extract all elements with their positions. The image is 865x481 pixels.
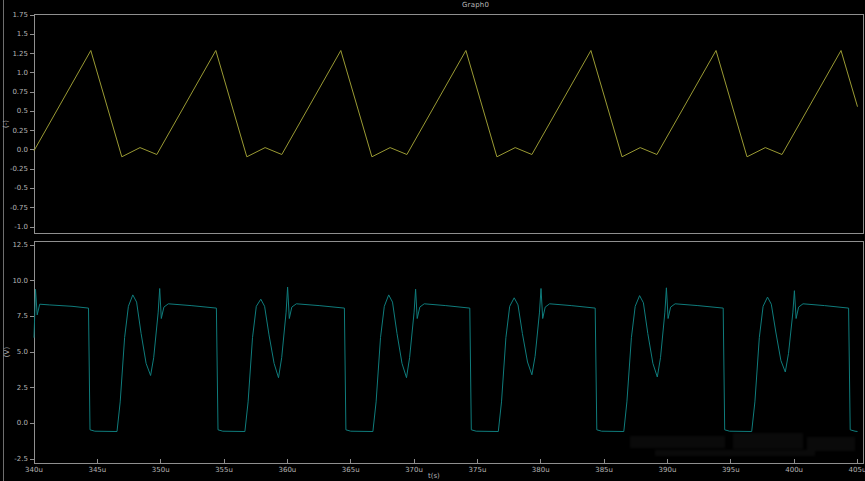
x-tick-label: 380u bbox=[532, 466, 550, 474]
y-tick-label: -1.0 bbox=[0, 223, 28, 231]
y-tick-label: -0.5 bbox=[0, 184, 28, 192]
y-tick-label: 5.0 bbox=[0, 348, 28, 356]
y-tick-label: 0.0 bbox=[0, 146, 28, 154]
y-tick-label: 1.0 bbox=[0, 69, 28, 77]
y-tick-label: 1.5 bbox=[0, 30, 28, 38]
y-tick-label: 7.5 bbox=[0, 312, 28, 320]
x-tick-label: 375u bbox=[469, 466, 487, 474]
y-tick-label: 0.25 bbox=[0, 127, 28, 135]
x-tick-label: 340u bbox=[25, 466, 43, 474]
x-tick-label: 370u bbox=[405, 466, 423, 474]
waveform-bottom bbox=[34, 287, 858, 431]
x-tick-label: 390u bbox=[659, 466, 677, 474]
y-tick-label: 12.5 bbox=[0, 241, 28, 249]
x-tick-label: 405u bbox=[849, 466, 865, 474]
y-tick-label: 0.75 bbox=[0, 88, 28, 96]
y-tick-label: -0.25 bbox=[0, 165, 28, 173]
waveform-top bbox=[34, 51, 858, 157]
x-tick-label: 355u bbox=[215, 466, 233, 474]
x-tick-label: 365u bbox=[342, 466, 360, 474]
plot-frame bbox=[35, 15, 864, 234]
x-axis-label: t(s) bbox=[428, 472, 440, 480]
y-tick-label: -0.75 bbox=[0, 204, 28, 212]
y-tick-label: 10.0 bbox=[0, 277, 28, 285]
plot-frame bbox=[35, 242, 864, 464]
x-tick-label: 395u bbox=[722, 466, 740, 474]
y-tick-label: 0.5 bbox=[0, 107, 28, 115]
y-tick-label: 2.5 bbox=[0, 384, 28, 392]
y-tick-label: 1.25 bbox=[0, 50, 28, 58]
plots-canvas[interactable] bbox=[0, 0, 865, 481]
x-tick-label: 345u bbox=[88, 466, 106, 474]
x-tick-label: 350u bbox=[152, 466, 170, 474]
y-tick-label: 0.0 bbox=[0, 419, 28, 427]
waveform-viewer-window: Graph0 (-) (V) t(s) 1.751.51.251.00.750.… bbox=[0, 0, 865, 481]
x-tick-label: 385u bbox=[595, 466, 613, 474]
y-tick-label: -2.5 bbox=[0, 455, 28, 463]
x-tick-label: 360u bbox=[278, 466, 296, 474]
x-tick-label: 400u bbox=[785, 466, 803, 474]
y-tick-label: 1.75 bbox=[0, 11, 28, 19]
